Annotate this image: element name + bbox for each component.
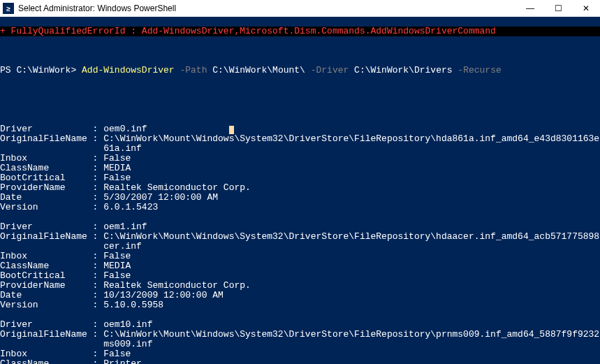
output-row: Driver : oem1.inf: [0, 222, 600, 232]
blank-line: [0, 85, 600, 95]
output-row: Version : 5.10.0.5958: [0, 300, 600, 310]
output-row: OriginalFileName : C:\WinWork\Mount\Wind…: [0, 134, 600, 144]
output-row: ProviderName : Realtek Semiconductor Cor…: [0, 183, 600, 193]
output-row: OriginalFileName : C:\WinWork\Mount\Wind…: [0, 330, 600, 340]
window-controls: — ☐ ✕: [516, 0, 600, 17]
output-row: Inbox : False: [0, 349, 600, 359]
titlebar[interactable]: ≥ Select Administrator: Windows PowerShe…: [0, 0, 600, 17]
terminal-output[interactable]: + FullyQualifiedErrorId : Add-WindowsDri…: [0, 17, 600, 364]
output-row: ClassName : MEDIA: [0, 261, 600, 271]
blank-line: [0, 212, 600, 222]
output-row: ProviderName : Realtek Semiconductor Cor…: [0, 281, 600, 291]
output-row-continuation: 61a.inf: [0, 144, 600, 154]
arg-driver: C:\WinWork\Drivers: [354, 65, 452, 75]
output-row: OriginalFileName : C:\WinWork\Mount\Wind…: [0, 232, 600, 242]
maximize-button[interactable]: ☐: [544, 0, 572, 17]
output-row: Inbox : False: [0, 252, 600, 261]
output-row: BootCritical : False: [0, 173, 600, 183]
arg-path: C:\WinWork\Mount\: [212, 65, 305, 75]
minimize-button[interactable]: —: [516, 0, 544, 17]
output-row: BootCritical : False: [0, 271, 600, 281]
output-row: Date : 5/30/2007 12:00:00 AM: [0, 193, 600, 203]
output-blocks: Driver : oem0.inf OriginalFileName : C:\…: [0, 124, 600, 364]
prompt-prefix: PS C:\WinWork>: [0, 65, 82, 75]
flag-path: -Path: [175, 65, 213, 75]
output-row: ClassName : MEDIA: [0, 163, 600, 173]
error-line: + FullyQualifiedErrorId : Add-WindowsDri…: [0, 27, 600, 36]
powershell-icon: ≥: [3, 3, 14, 14]
output-row-continuation: ms009.inf: [0, 340, 600, 349]
cmdlet-name: Add-WindowsDriver: [82, 65, 175, 75]
flag-recurse: -Recurse: [453, 65, 502, 75]
flag-driver: -Driver: [305, 65, 354, 75]
output-row-continuation: cer.inf: [0, 242, 600, 252]
output-row: Driver : oem0.inf: [0, 124, 600, 134]
output-row: Date : 10/13/2009 12:00:00 AM: [0, 291, 600, 300]
blank-line: [0, 105, 600, 115]
blank-line: [0, 46, 600, 56]
output-row: Driver : oem10.inf: [0, 320, 600, 330]
output-row: Inbox : False: [0, 154, 600, 163]
output-row: Version : 6.0.1.5423: [0, 203, 600, 212]
output-row: ClassName : Printer: [0, 359, 600, 364]
close-button[interactable]: ✕: [572, 0, 600, 17]
window-title: Select Administrator: Windows PowerShell: [18, 3, 516, 13]
prompt-line: PS C:\WinWork> Add-WindowsDriver -Path C…: [0, 66, 600, 75]
blank-line: [0, 310, 600, 320]
